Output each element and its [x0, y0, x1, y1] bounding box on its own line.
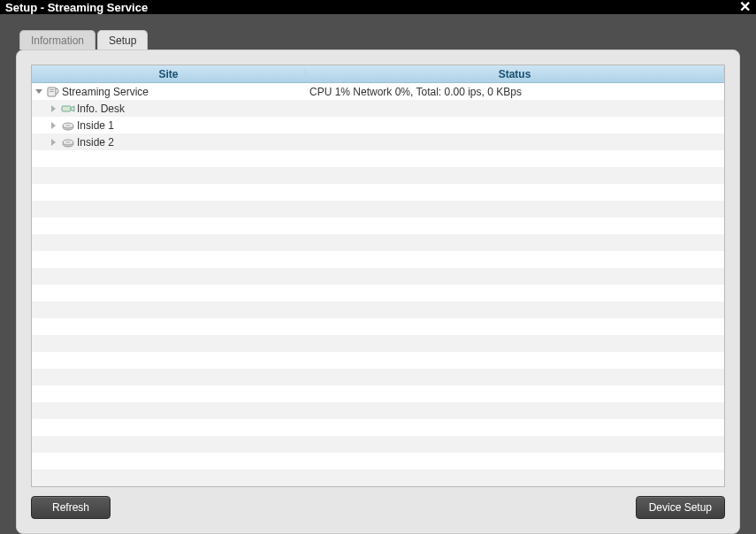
cell-site: Streaming Service	[32, 86, 306, 98]
site-label: Inside 2	[77, 136, 114, 149]
chevron-right-icon[interactable]	[51, 139, 56, 146]
table-row	[32, 352, 724, 369]
table-row	[32, 369, 724, 385]
svg-rect-1	[50, 89, 54, 90]
table-row	[32, 335, 724, 352]
cell-site: Info. Desk	[32, 103, 306, 115]
table-row	[32, 184, 724, 201]
setup-window: Setup - Streaming Service ✕ Information …	[0, 0, 756, 534]
device-setup-button[interactable]: Device Setup	[636, 496, 725, 519]
site-table: Site Status Streaming Service CPU 1% Net…	[31, 65, 725, 487]
cell-site: Inside 1	[32, 119, 306, 132]
table-row	[32, 167, 724, 184]
svg-point-7	[65, 124, 71, 126]
frame: Information Setup Site Status	[0, 14, 756, 534]
col-header-status[interactable]: Status	[306, 68, 724, 80]
table-row	[32, 436, 724, 453]
chevron-right-icon[interactable]	[51, 105, 56, 112]
table-row	[32, 301, 724, 318]
tab-information[interactable]: Information	[19, 30, 95, 50]
table-row	[32, 217, 724, 234]
table-header: Site Status	[32, 65, 724, 83]
tab-row: Information Setup	[16, 30, 740, 50]
table-row	[32, 385, 724, 402]
device-icon	[61, 119, 75, 132]
camera-icon	[61, 103, 75, 115]
table-row	[32, 201, 724, 217]
table-row	[32, 268, 724, 285]
server-icon	[46, 86, 60, 98]
table-row	[32, 453, 724, 469]
table-row	[32, 469, 724, 486]
table-row	[32, 402, 724, 419]
table-row	[32, 419, 724, 436]
table-row[interactable]: Streaming Service CPU 1% Network 0%, Tot…	[32, 83, 724, 100]
setup-panel: Site Status Streaming Service CPU 1% Net…	[16, 50, 740, 534]
panel-buttons: Refresh Device Setup	[31, 487, 725, 519]
site-label: Streaming Service	[62, 86, 149, 98]
window-title: Setup - Streaming Service	[5, 1, 739, 14]
svg-rect-2	[50, 91, 54, 92]
col-header-site[interactable]: Site	[32, 68, 306, 80]
chevron-down-icon[interactable]	[35, 89, 42, 94]
refresh-button[interactable]: Refresh	[31, 496, 111, 519]
site-label: Info. Desk	[77, 103, 125, 115]
table-row	[32, 251, 724, 268]
svg-rect-3	[62, 106, 71, 111]
table-row	[32, 318, 724, 335]
cell-site: Inside 2	[32, 136, 306, 149]
table-row[interactable]: Inside 2	[32, 134, 724, 150]
device-icon	[61, 136, 75, 149]
table-row	[32, 234, 724, 251]
table-body: Streaming Service CPU 1% Network 0%, Tot…	[32, 83, 724, 486]
table-row[interactable]: Inside 1	[32, 117, 724, 134]
table-row[interactable]: Info. Desk	[32, 100, 724, 117]
svg-point-10	[65, 141, 71, 142]
close-icon[interactable]: ✕	[739, 0, 751, 14]
cell-status: CPU 1% Network 0%, Total: 0.00 ips, 0 KB…	[306, 86, 724, 98]
site-label: Inside 1	[77, 119, 114, 132]
table-row	[32, 150, 724, 167]
chevron-right-icon[interactable]	[51, 122, 56, 129]
tab-setup[interactable]: Setup	[97, 30, 148, 50]
table-row	[32, 285, 724, 301]
svg-marker-4	[71, 106, 74, 111]
titlebar: Setup - Streaming Service ✕	[0, 0, 756, 14]
